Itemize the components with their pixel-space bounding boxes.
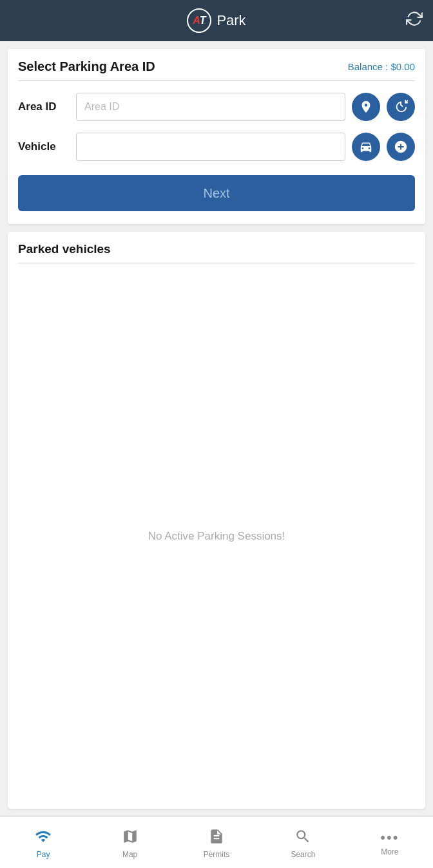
nav-permits-label: Permits [204,850,230,859]
history-button[interactable] [387,93,415,121]
nav-item-pay[interactable]: Pay [0,817,86,868]
app-title: Park [216,12,245,29]
next-button[interactable]: Next [18,175,415,211]
vehicle-label: Vehicle [18,140,70,153]
card-divider [18,80,415,81]
area-id-input[interactable] [76,93,345,121]
location-pin-button[interactable] [352,93,380,121]
pay-icon [35,828,52,847]
add-vehicle-button[interactable] [387,133,415,161]
permits-icon [208,828,225,847]
search-nav-icon [294,828,311,847]
car-select-button[interactable] [352,133,380,161]
nav-map-label: Map [122,850,137,859]
app-logo: AT Park [187,8,245,33]
card-header: Select Parking Area ID Balance : $0.00 [18,59,415,74]
logo-text: AT [193,15,206,26]
nav-item-more[interactable]: ••• More [347,817,433,868]
app-header: AT Park [0,0,433,41]
area-id-label: Area ID [18,100,70,113]
empty-state: No Active Parking Sessions! [18,274,415,798]
nav-pay-label: Pay [37,850,50,859]
nav-more-label: More [381,847,398,856]
nav-search-label: Search [291,850,315,859]
card-title: Select Parking Area ID [18,59,155,74]
nav-item-map[interactable]: Map [86,817,173,868]
parking-form-card: Select Parking Area ID Balance : $0.00 A… [8,49,425,224]
logo-circle: AT [187,8,211,33]
empty-message: No Active Parking Sessions! [148,530,285,543]
map-icon [122,828,139,847]
bottom-nav: Pay Map Permits Search ••• More [0,816,433,868]
vehicle-row: Vehicle [18,133,415,161]
area-id-row: Area ID [18,93,415,121]
nav-item-permits[interactable]: Permits [173,817,260,868]
more-icon: ••• [380,831,399,845]
vehicle-input[interactable] [76,133,345,161]
nav-item-search[interactable]: Search [260,817,346,868]
parked-vehicles-section: Parked vehicles No Active Parking Sessio… [8,232,425,809]
section-divider [18,263,415,263]
parked-vehicles-title: Parked vehicles [18,242,415,256]
refresh-icon[interactable] [406,10,423,31]
balance-display: Balance : $0.00 [348,61,415,72]
